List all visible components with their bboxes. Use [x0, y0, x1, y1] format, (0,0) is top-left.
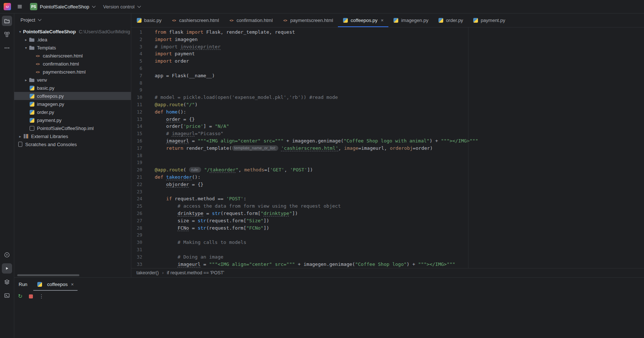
line-number[interactable]: 5: [131, 57, 149, 65]
rerun-button[interactable]: ↻: [18, 293, 23, 300]
code-line[interactable]: 32 # Doing an image: [131, 253, 644, 261]
run-tab-coffeepos[interactable]: coffeepos: [33, 278, 78, 291]
code-line[interactable]: 3# import invoiceprinter: [131, 43, 644, 51]
code-line[interactable]: 31: [131, 246, 644, 253]
tree-item-order-py[interactable]: order.py: [14, 108, 131, 116]
line-number[interactable]: 2: [131, 36, 149, 43]
line-number[interactable]: 15: [131, 130, 149, 137]
structure-tool-button[interactable]: [2, 29, 12, 40]
more-options-button[interactable]: ⋮: [39, 293, 44, 299]
hamburger-menu-button[interactable]: [15, 1, 25, 12]
chevron-right-icon[interactable]: ▸: [23, 78, 29, 82]
stop-button[interactable]: [29, 294, 33, 298]
line-number[interactable]: 7: [131, 72, 149, 79]
line-number[interactable]: 19: [131, 159, 149, 166]
services-tool-button[interactable]: [2, 277, 12, 287]
code-line[interactable]: 7app = Flask(__name__): [131, 72, 644, 79]
project-widget[interactable]: PS PointofSaleCoffeeShop: [27, 1, 98, 12]
code-line[interactable]: 6: [131, 65, 644, 72]
line-number[interactable]: 26: [131, 210, 149, 217]
tab-paymentscreen-html[interactable]: <>paymentscreen.html: [278, 14, 338, 27]
tree-item-pointofsalecoffeeshop[interactable]: ▾PointofSaleCoffeeShopC:\Users\SadGurlMi…: [14, 27, 131, 36]
line-number[interactable]: 4: [131, 50, 149, 57]
code-line[interactable]: 12def home():: [131, 108, 644, 116]
code-line[interactable]: 2import imagegen: [131, 36, 644, 43]
tab-imagegen-py[interactable]: imagegen.py: [388, 14, 433, 27]
code-line[interactable]: 26 drinktype = str(request.form["drinkty…: [131, 210, 644, 217]
run-tool-button[interactable]: [2, 263, 12, 274]
tree-item-scratches-and-consoles[interactable]: Scratches and Consoles: [14, 140, 131, 148]
line-number[interactable]: 22: [131, 181, 149, 188]
tab-basic-py[interactable]: basic.py: [131, 14, 166, 27]
line-number[interactable]: 31: [131, 246, 149, 253]
code-line[interactable]: 24 if request.method == 'POST':: [131, 195, 644, 203]
line-number[interactable]: 14: [131, 123, 149, 130]
tree-item-templats[interactable]: ▾Templats: [14, 44, 131, 52]
tree-item-external-libraries[interactable]: ▸External Libraries: [14, 132, 131, 140]
code-line[interactable]: 10# model = pickle.load(open('expense_mo…: [131, 94, 644, 101]
chevron-down-icon[interactable]: ▾: [23, 46, 29, 50]
terminal-tool-button[interactable]: [2, 290, 12, 301]
tree-item-payment-py[interactable]: payment.py: [14, 116, 131, 124]
tree-item-basic-py[interactable]: basic.py: [14, 84, 131, 92]
code-line[interactable]: 8: [131, 79, 644, 87]
line-number[interactable]: 11: [131, 101, 149, 108]
tab-coffeepos-py[interactable]: coffeepos.py: [338, 14, 388, 27]
code-line[interactable]: 34: [131, 268, 644, 268]
tab-order-py[interactable]: order.py: [433, 14, 468, 27]
line-number[interactable]: 30: [131, 239, 149, 246]
code-line[interactable]: 25 # access the data from form view usin…: [131, 203, 644, 210]
code-line[interactable]: 27 size = str(request.form["Size"]): [131, 217, 644, 224]
code-line[interactable]: 13 order = {}: [131, 116, 644, 123]
code-line[interactable]: 33 imageurl = """<IMG align="center" src…: [131, 261, 644, 268]
code-line[interactable]: 15 # imageurl="Picasso": [131, 130, 644, 137]
tab-cashierscreen-html[interactable]: <>cashierscreen.html: [166, 14, 224, 27]
line-number[interactable]: 29: [131, 231, 149, 239]
tree-item-idea[interactable]: ▸.idea: [14, 36, 131, 44]
more-tool-windows-button[interactable]: [2, 43, 12, 53]
line-number[interactable]: 32: [131, 253, 149, 261]
code-line[interactable]: 21def takeorder():: [131, 174, 644, 181]
code-line[interactable]: 11@app.route("/"): [131, 101, 644, 108]
close-icon[interactable]: [381, 18, 384, 23]
breadcrumb-item[interactable]: if request.method == 'POST': [167, 270, 224, 275]
code-line[interactable]: 5import order: [131, 57, 644, 65]
close-icon[interactable]: [71, 282, 74, 287]
line-number[interactable]: 13: [131, 116, 149, 123]
line-number[interactable]: 6: [131, 65, 149, 72]
code-line[interactable]: 28 FCNo = str(request.form["FCNo"]): [131, 224, 644, 232]
tree-item-pointofsalecoffeeshop-iml[interactable]: PointofSaleCoffeeShop.iml: [14, 124, 131, 132]
line-number[interactable]: 18: [131, 152, 149, 159]
breadcrumb-item[interactable]: takeorder(): [136, 270, 159, 275]
line-number[interactable]: 25: [131, 203, 149, 210]
tree-item-venv[interactable]: ▸venv: [14, 76, 131, 84]
line-number[interactable]: 10: [131, 94, 149, 101]
code-line[interactable]: 4import payment: [131, 50, 644, 57]
run-panel-title[interactable]: Run: [19, 282, 27, 287]
tree-item-cashierscreen-html[interactable]: <>cashierscreen.html: [14, 52, 131, 60]
code-editor[interactable]: 1from flask import Flask, render_templat…: [131, 27, 644, 268]
line-number[interactable]: 33: [131, 261, 149, 268]
project-tool-button[interactable]: [2, 16, 12, 26]
code-line[interactable]: 20@app.route( rule: "/takeorder", method…: [131, 166, 644, 174]
tree-item-imagegen-py[interactable]: imagegen.py: [14, 100, 131, 108]
code-line[interactable]: 17 return render_template(template_name_…: [131, 145, 644, 152]
code-line[interactable]: 22 objorder = {}: [131, 181, 644, 188]
line-number[interactable]: 12: [131, 108, 149, 116]
tree-item-paymentscreen-html[interactable]: <>paymentscreen.html: [14, 68, 131, 76]
line-number[interactable]: 24: [131, 195, 149, 203]
code-line[interactable]: 14 order['price'] = "N/A": [131, 123, 644, 130]
horizontal-scrollbar[interactable]: [17, 274, 79, 276]
line-number[interactable]: 27: [131, 217, 149, 224]
line-number[interactable]: 28: [131, 224, 149, 232]
code-line[interactable]: 29: [131, 231, 644, 239]
tree-item-coffeepos-py[interactable]: coffeepos.py: [14, 92, 131, 100]
line-number[interactable]: 16: [131, 137, 149, 145]
line-number[interactable]: 23: [131, 188, 149, 196]
chevron-right-icon[interactable]: ▸: [17, 134, 23, 138]
tree-item-confirmation-html[interactable]: <>confirmation.html: [14, 60, 131, 68]
tab-confirmation-html[interactable]: <>confirmation.html: [224, 14, 278, 27]
line-number[interactable]: 34: [131, 268, 149, 268]
chevron-right-icon[interactable]: ▸: [23, 38, 29, 42]
chevron-down-icon[interactable]: ▾: [17, 30, 23, 34]
